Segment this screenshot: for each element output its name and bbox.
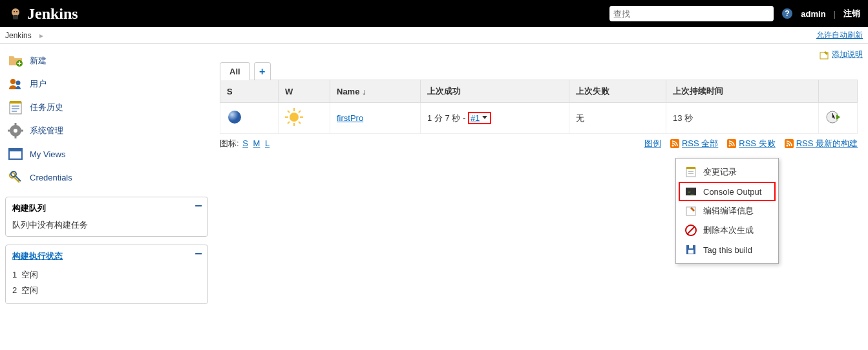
svg-point-51 [729, 145, 731, 147]
project-link[interactable]: firstPro [337, 113, 363, 123]
col-last-fail[interactable]: 上次失败 [569, 80, 666, 103]
menu-edit-build[interactable]: 编辑编译信息 [676, 201, 778, 221]
col-status[interactable]: S [220, 80, 279, 103]
menu-label: 编辑编译信息 [703, 205, 754, 217]
sidebar-item-history[interactable]: 任务历史 [5, 96, 208, 119]
executor-title[interactable]: 构建执行状态 [12, 250, 201, 262]
svg-rect-46 [689, 245, 693, 248]
icon-size-l[interactable]: L [265, 138, 270, 148]
keys-icon [8, 170, 23, 185]
executor-row: 1 空闲 [12, 267, 201, 283]
edit-icon [819, 50, 829, 60]
col-name[interactable]: Name ↓ [330, 80, 421, 103]
svg-point-49 [672, 145, 673, 147]
build-queue-panel: − 构建队列 队列中没有构建任务 [5, 197, 208, 237]
sidebar-item-new[interactable]: 新建 [5, 49, 208, 72]
menu-tag-build[interactable]: Tag this build [676, 240, 778, 259]
brand[interactable]: Jenkins [8, 5, 78, 23]
icon-size-s[interactable]: S [242, 138, 248, 148]
svg-line-33 [288, 122, 290, 124]
add-tab-button[interactable]: + [254, 62, 271, 80]
svg-point-15 [14, 129, 17, 133]
sidebar: 新建 用户 任务历史 系统管理 My Views Credentials − 构… [0, 44, 213, 309]
rss-latest[interactable]: RSS 最新的构建 [785, 138, 858, 149]
build-number-link[interactable]: #1 [468, 112, 491, 124]
icon-size-m[interactable]: M [253, 138, 260, 148]
cell-last-fail: 无 [569, 103, 666, 134]
top-header: Jenkins ? admin | 注销 [0, 0, 868, 27]
sidebar-item-myviews[interactable]: My Views [5, 142, 208, 166]
cell-build-now [819, 103, 858, 134]
status-ball-blue-icon [227, 109, 242, 125]
menu-delete-build[interactable]: 删除本次生成 [676, 221, 778, 240]
search-input[interactable] [609, 6, 774, 21]
cell-name: firstPro [330, 103, 421, 134]
users-icon [8, 76, 23, 92]
save-icon [685, 244, 697, 256]
breadcrumb-separator-icon: ▸ [39, 31, 43, 40]
svg-point-23 [11, 171, 16, 177]
sidebar-item-users[interactable]: 用户 [5, 72, 208, 96]
sidebar-label: 任务历史 [30, 102, 63, 113]
col-last-success[interactable]: 上次成功 [421, 80, 569, 103]
rss-links: 图例 RSS 全部 RSS 失败 RSS 最新的构建 [644, 138, 858, 149]
sidebar-label: 用户 [30, 78, 47, 90]
last-success-text: 1 分 7 秒 [427, 113, 460, 123]
menu-changelog[interactable]: 变更记录 [676, 162, 778, 182]
collapse-icon[interactable]: − [195, 202, 202, 209]
header-right: ? admin | 注销 [609, 6, 860, 21]
svg-rect-21 [9, 149, 22, 151]
sidebar-item-credentials[interactable]: Credentials [5, 166, 208, 189]
svg-rect-9 [10, 102, 21, 114]
rss-icon [785, 139, 794, 148]
executor-state: 空闲 [21, 270, 38, 279]
table-row: firstPro 1 分 7 秒 - #1 变更记录 >_ [220, 103, 858, 134]
cell-weather [279, 103, 330, 134]
view-tabs: All + [220, 62, 858, 80]
executor-panel: − 构建执行状态 1 空闲 2 空闲 [5, 245, 208, 304]
col-build [819, 80, 858, 103]
svg-point-53 [786, 145, 788, 147]
folder-plus-icon [8, 53, 23, 69]
legend-link[interactable]: 图例 [644, 138, 661, 149]
user-link[interactable]: admin [801, 9, 825, 19]
breadcrumb-bar: Jenkins ▸ 允许自动刷新 [0, 27, 868, 44]
breadcrumb-root[interactable]: Jenkins [5, 31, 32, 40]
add-description-link[interactable]: 添加说明 [832, 49, 863, 60]
edit-icon [685, 205, 697, 217]
svg-text:?: ? [785, 9, 790, 18]
add-description[interactable]: 添加说明 [819, 49, 863, 60]
build-now-icon[interactable] [825, 109, 841, 125]
terminal-icon: >_ [685, 186, 697, 197]
executor-num: 1 [12, 270, 17, 279]
window-icon [8, 146, 23, 162]
svg-point-3 [16, 11, 17, 12]
svg-point-2 [14, 11, 15, 12]
svg-rect-35 [686, 168, 695, 177]
executor-num: 2 [12, 285, 17, 295]
rss-all[interactable]: RSS 全部 [670, 138, 718, 149]
col-weather[interactable]: W [279, 80, 330, 103]
main-panel: 添加说明 All + S W Name ↓ 上次成功 上次失败 上次持续时间 [213, 44, 868, 309]
cell-duration: 13 秒 [666, 103, 819, 134]
gear-icon [8, 123, 23, 138]
rss-fail[interactable]: RSS 失败 [727, 138, 775, 149]
sidebar-item-manage[interactable]: 系统管理 [5, 119, 208, 142]
menu-label: Console Output [703, 187, 761, 197]
tab-all[interactable]: All [220, 62, 250, 80]
executor-state: 空闲 [21, 285, 38, 295]
col-duration[interactable]: 上次持续时间 [666, 80, 819, 103]
logout-link[interactable]: 注销 [843, 8, 860, 19]
auto-refresh-link[interactable]: 允许自动刷新 [816, 30, 863, 41]
cell-status [220, 103, 279, 134]
build-context-menu: 变更记录 >_ Console Output 编辑编译信息 [675, 158, 779, 264]
collapse-icon[interactable]: − [195, 250, 202, 257]
menu-console-output[interactable]: >_ Console Output [679, 182, 776, 201]
help-icon[interactable]: ? [781, 8, 793, 19]
notepad-icon [685, 166, 697, 178]
svg-point-8 [16, 81, 21, 85]
dropdown-icon[interactable] [482, 116, 487, 119]
rss-icon [727, 139, 736, 148]
build-queue-empty: 队列中没有构建任务 [12, 219, 201, 231]
svg-line-34 [299, 111, 301, 113]
